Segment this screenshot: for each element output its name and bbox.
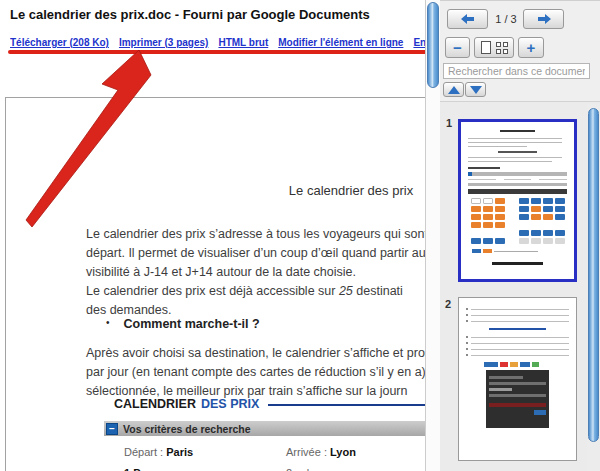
thumbnail-page-2[interactable]	[458, 297, 577, 461]
triangle-down-icon	[470, 86, 482, 94]
thumbnail-1-preview	[461, 122, 574, 271]
document-viewport: Le calendrier des prix Le calendrier des…	[5, 97, 425, 471]
page-indicator: 1 / 3	[490, 13, 522, 25]
viewer-window: Le calendrier des prix.doc - Fourni par …	[0, 0, 600, 471]
sidebar: 1 / 3 − + 1	[440, 0, 600, 471]
download-link[interactable]: Télécharger (208 Ko)	[10, 37, 109, 48]
view-mode-button[interactable]	[474, 37, 514, 58]
document-pane: Le calendrier des prix.doc - Fourni par …	[0, 0, 425, 471]
doc-paragraph-1: Le calendrier des prix s’adresse à tous …	[86, 225, 425, 320]
arrow-right-icon	[537, 13, 551, 25]
next-page-button[interactable]	[523, 9, 564, 29]
main-scrollbar-track[interactable]	[425, 0, 440, 471]
main-scrollbar-thumb[interactable]	[427, 2, 439, 88]
save-link[interactable]: Enregi	[413, 37, 425, 48]
minus-icon: −	[453, 40, 462, 55]
screenshot-block	[486, 370, 550, 428]
triangle-up-icon	[448, 86, 460, 94]
doc-title: Le calendrier des prix	[6, 183, 425, 198]
doc-paragraph-2: Après avoir choisi sa destination, le ca…	[86, 344, 425, 401]
thumbnails-scrollbar-track[interactable]	[587, 104, 600, 471]
attachment-title: Le calendrier des prix.doc - Fourni par …	[10, 7, 370, 22]
search-next-button[interactable]	[465, 82, 486, 97]
plus-icon: +	[527, 40, 536, 55]
arrow-left-icon	[461, 13, 475, 25]
brand-logo	[484, 362, 569, 367]
thumbnail-2-number: 2	[445, 298, 451, 310]
document-page: Le calendrier des prix Le calendrier des…	[5, 97, 425, 471]
zoom-out-button[interactable]: −	[445, 37, 470, 58]
collapse-minus-icon[interactable]: −	[106, 423, 118, 435]
html-view-link[interactable]: HTML brut	[218, 37, 268, 48]
thumbnail-1-number: 1	[446, 117, 452, 129]
thumbnail-2-preview	[459, 298, 576, 434]
previous-page-button[interactable]	[447, 9, 488, 29]
zoom-in-button[interactable]: +	[518, 37, 544, 58]
doc-bullet-heading: •Comment marche-t-il ?	[106, 317, 260, 331]
edit-online-link[interactable]: Modifier l'élément en ligne	[278, 37, 403, 48]
viewer-toolbar: Télécharger (208 Ko) Imprimer (3 pages) …	[10, 37, 425, 48]
heading-rule	[268, 404, 425, 406]
annotation-underline	[8, 50, 425, 54]
thumbnail-page-1[interactable]	[458, 119, 577, 282]
bullet-icon: •	[106, 317, 110, 328]
search-previous-button[interactable]	[443, 82, 464, 97]
thumbnails-scrollbar-thumb[interactable]	[588, 108, 599, 442]
criteria-collapse-bar: − Vos critères de recherche	[104, 421, 425, 436]
calendar-heading: CALENDRIER DES PRIX	[114, 397, 425, 411]
single-page-icon	[481, 41, 491, 54]
print-link[interactable]: Imprimer (3 pages)	[119, 37, 208, 48]
thumbnail-calendar-grid	[468, 198, 567, 244]
document-search-input[interactable]	[443, 63, 590, 79]
grid-view-icon	[496, 42, 508, 54]
thumbnails-pane: 1 2	[440, 101, 600, 471]
